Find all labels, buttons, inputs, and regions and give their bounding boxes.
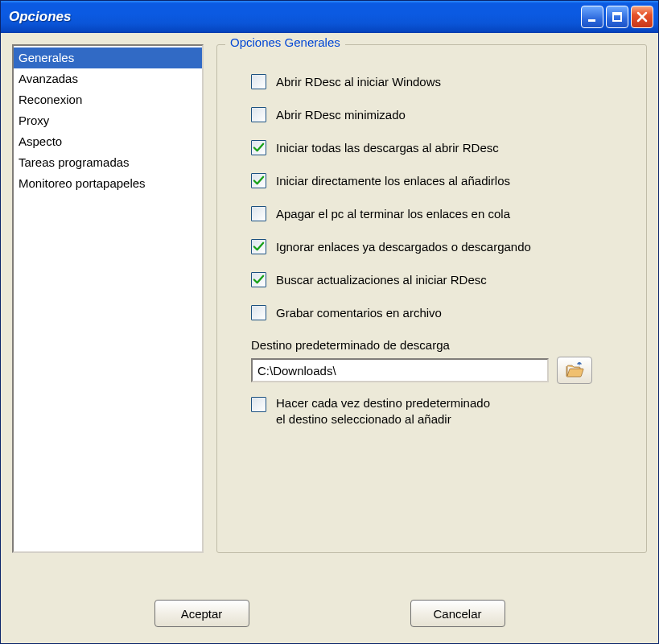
svg-rect-0 (588, 19, 595, 22)
sidebar-item-label: Reconexion (19, 93, 82, 106)
check-make-default-dest[interactable]: Hacer cada vez destino predeterminado el… (251, 395, 633, 427)
group-title: Opciones Generales (225, 35, 345, 49)
minimize-button[interactable] (581, 6, 603, 28)
checkbox[interactable] (251, 305, 266, 320)
sidebar-item-label: Monitoreo portapapeles (19, 176, 146, 190)
checkbox-label: Iniciar todas las descargas al abrir RDe… (276, 141, 499, 155)
sidebar-item-generales[interactable]: Generales (14, 47, 202, 68)
sidebar-item-reconexion[interactable]: Reconexion (14, 89, 202, 110)
check-ignore-downloaded[interactable]: Ignorar enlaces ya descargados o descarg… (251, 239, 633, 254)
window-buttons (581, 6, 653, 28)
checkbox-label-line1: Hacer cada vez destino predeterminado (276, 396, 490, 410)
button-label: Cancelar (433, 607, 481, 621)
checkbox[interactable] (251, 173, 266, 188)
titlebar[interactable]: Opciones (1, 1, 658, 33)
checkbox-label: Abrir RDesc al iniciar Windows (276, 75, 441, 89)
check-open-on-windows-start[interactable]: Abrir RDesc al iniciar Windows (251, 74, 633, 89)
folder-open-icon (565, 362, 584, 378)
dest-input[interactable] (251, 358, 549, 382)
dialog-buttons: Aceptar Cancelar (12, 585, 647, 635)
sidebar-item-label: Aspecto (19, 134, 62, 148)
check-icon (253, 241, 265, 253)
maximize-button[interactable] (606, 6, 628, 28)
checkbox[interactable] (251, 107, 266, 122)
dest-row (251, 357, 633, 384)
check-icon (253, 175, 265, 187)
check-updates-on-start[interactable]: Buscar actualizaciones al iniciar RDesc (251, 272, 633, 287)
check-icon (253, 142, 265, 154)
sidebar-item-label: Tareas programadas (19, 155, 130, 169)
checkbox-label: Buscar actualizaciones al iniciar RDesc (276, 273, 487, 287)
checkbox[interactable] (251, 74, 266, 89)
sidebar-item-proxy[interactable]: Proxy (14, 110, 202, 131)
button-label: Aceptar (181, 607, 223, 621)
checkbox[interactable] (251, 397, 266, 412)
options-dialog: Opciones Generales Avanzadas Reconexion … (0, 0, 659, 644)
ok-button[interactable]: Aceptar (154, 600, 249, 627)
general-options-group: Opciones Generales Abrir RDesc al inicia… (216, 44, 647, 553)
sidebar-item-avanzadas[interactable]: Avanzadas (14, 68, 202, 89)
sidebar-item-label: Proxy (19, 114, 49, 127)
checkbox-label: Apagar el pc al terminar los enlaces en … (276, 207, 510, 221)
sidebar-item-aspecto[interactable]: Aspecto (14, 131, 202, 152)
check-save-comments[interactable]: Grabar comentarios en archivo (251, 305, 633, 320)
close-button[interactable] (631, 6, 653, 28)
checkbox-label-line2: el destino seleccionado al añadir (276, 412, 451, 426)
checkbox[interactable] (251, 272, 266, 287)
options-panel: Opciones Generales Abrir RDesc al inicia… (215, 44, 647, 585)
check-shutdown-when-done[interactable]: Apagar el pc al terminar los enlaces en … (251, 206, 633, 221)
sidebar-item-label: Avanzadas (19, 72, 78, 85)
cancel-button[interactable]: Cancelar (410, 600, 505, 627)
checkbox-label: Grabar comentarios en archivo (276, 306, 442, 320)
checkbox[interactable] (251, 206, 266, 221)
check-icon (253, 274, 265, 286)
checkbox-label: Abrir RDesc minimizado (276, 108, 406, 122)
check-start-links-on-add[interactable]: Iniciar directamente los enlaces al añad… (251, 173, 633, 188)
checkbox-label: Hacer cada vez destino predeterminado el… (276, 395, 490, 427)
browse-button[interactable] (557, 357, 592, 384)
check-start-all-downloads[interactable]: Iniciar todas las descargas al abrir RDe… (251, 140, 633, 155)
svg-rect-2 (613, 13, 621, 15)
checkbox-label: Iniciar directamente los enlaces al añad… (276, 174, 510, 188)
minimize-icon (586, 10, 599, 23)
sidebar-item-monitoreo-portapapeles[interactable]: Monitoreo portapapeles (14, 173, 202, 194)
dialog-body: Generales Avanzadas Reconexion Proxy Asp… (1, 33, 658, 643)
checkbox[interactable] (251, 140, 266, 155)
window-title: Opciones (9, 9, 581, 25)
sidebar-item-tareas-programadas[interactable]: Tareas programadas (14, 152, 202, 173)
dest-label: Destino predeterminado de descarga (251, 338, 633, 352)
checkbox-label: Ignorar enlaces ya descargados o descarg… (276, 240, 531, 254)
maximize-icon (611, 10, 624, 23)
category-list[interactable]: Generales Avanzadas Reconexion Proxy Asp… (12, 44, 204, 553)
check-open-minimized[interactable]: Abrir RDesc minimizado (251, 107, 633, 122)
main-row: Generales Avanzadas Reconexion Proxy Asp… (12, 44, 647, 585)
checkbox[interactable] (251, 239, 266, 254)
close-icon (636, 10, 649, 23)
sidebar-item-label: Generales (19, 51, 74, 64)
